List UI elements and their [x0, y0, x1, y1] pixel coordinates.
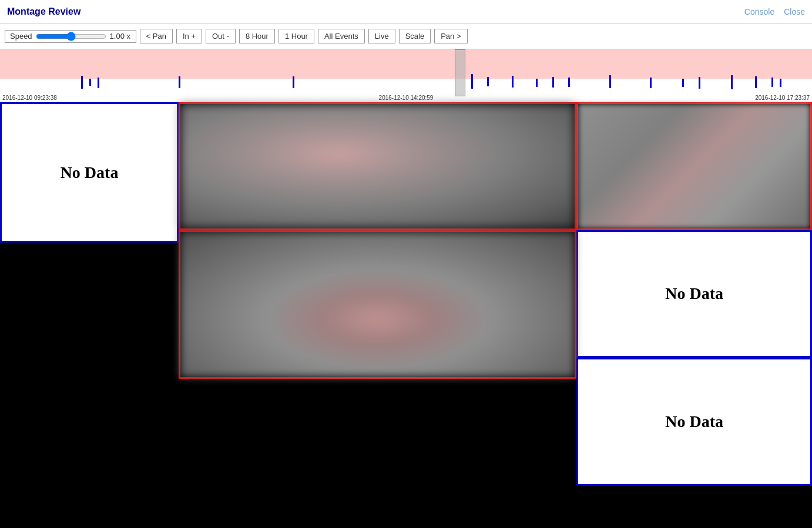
- timestamp-center: 2016-12-10 14:20:59: [379, 95, 434, 101]
- event-mark: [780, 79, 781, 87]
- event-mark: [552, 77, 554, 88]
- timeline-scrubber[interactable]: [455, 49, 465, 96]
- cell-mid-right-bot: No Data: [576, 358, 812, 486]
- pan-left-button[interactable]: < Pan: [140, 29, 173, 43]
- event-mark: [98, 78, 99, 88]
- console-link[interactable]: Console: [744, 7, 774, 16]
- timeline[interactable]: 2016-12-10 09:23:38 2016-12-10 14:20:59 …: [0, 49, 812, 102]
- live-button[interactable]: Live: [368, 29, 395, 43]
- event-mark: [89, 79, 91, 86]
- cell-top-left: No Data: [0, 102, 179, 243]
- pan-right-button[interactable]: Pan >: [434, 29, 467, 43]
- event-mark: [755, 76, 757, 88]
- event-mark: [731, 75, 733, 89]
- out-button[interactable]: Out -: [206, 29, 236, 43]
- header: Montage Review Console Close: [0, 0, 812, 23]
- speed-control: Speed 1.00 x: [5, 30, 136, 43]
- event-mark: [609, 75, 611, 88]
- camera-feed-top-center: [180, 104, 575, 228]
- event-mark: [471, 74, 473, 89]
- event-mark: [512, 76, 514, 88]
- speed-slider[interactable]: [36, 32, 106, 41]
- close-link[interactable]: Close: [784, 7, 805, 16]
- event-mark: [682, 79, 684, 87]
- cell-top-center: [179, 102, 576, 230]
- event-mark: [293, 76, 294, 88]
- speed-label: Speed: [10, 32, 32, 41]
- camera-feed-top-right: [578, 104, 810, 228]
- cell-mid-center: [179, 230, 576, 379]
- 1hour-button[interactable]: 1 Hour: [279, 29, 314, 43]
- event-mark: [179, 76, 180, 88]
- event-mark: [568, 78, 570, 87]
- all-events-button[interactable]: All Events: [318, 29, 365, 43]
- timestamp-left: 2016-12-10 09:23:38: [2, 95, 57, 101]
- camera-feed-mid-center: [180, 232, 575, 378]
- speed-value: 1.00 x: [110, 32, 131, 41]
- scale-button[interactable]: Scale: [399, 29, 431, 43]
- event-mark: [81, 76, 83, 89]
- event-mark: [536, 79, 538, 87]
- event-mark: [650, 78, 652, 88]
- 8hour-button[interactable]: 8 Hour: [239, 29, 275, 43]
- toolbar: Speed 1.00 x < Pan In + Out - 8 Hour 1 H…: [0, 23, 812, 49]
- in-button[interactable]: In +: [176, 29, 202, 43]
- video-grid: No Data No Data No Data: [0, 102, 812, 528]
- header-links: Console Close: [744, 7, 805, 16]
- cell-mid-right-top: No Data: [576, 230, 812, 358]
- timeline-pink-bar: [0, 49, 812, 79]
- event-mark: [699, 77, 700, 89]
- event-mark: [487, 77, 489, 86]
- timestamp-right: 2016-12-10 17:23:37: [755, 95, 810, 101]
- app-title: Montage Review: [7, 6, 744, 17]
- cell-top-right: [576, 102, 812, 230]
- event-mark: [771, 78, 773, 87]
